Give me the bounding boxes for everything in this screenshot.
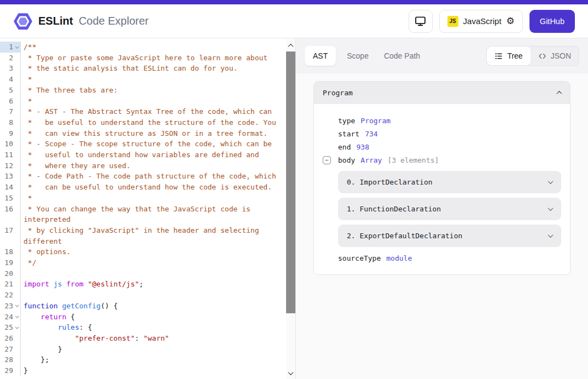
code-text[interactable]: * useful to understand how variables are…	[21, 150, 283, 160]
code-line[interactable]: 28 };	[0, 354, 295, 365]
app-logo-group: ESLint Code Explorer	[13, 12, 149, 31]
code-text[interactable]: * - Code Path - The code path structure …	[21, 171, 283, 182]
code-line[interactable]: 19 */	[0, 257, 295, 268]
code-line[interactable]: 7 * - AST - The Abstract Syntax Tree of …	[0, 106, 295, 117]
code-text[interactable]: * You can change the way that the JavaSc…	[21, 204, 283, 225]
code-text[interactable]	[21, 268, 283, 279]
code-token	[24, 313, 40, 321]
code-text[interactable]: * can view this structure as JSON or in …	[21, 128, 283, 139]
code-line[interactable]: 29}	[0, 365, 295, 376]
code-line[interactable]: 26 "prefer-const": "warn"	[0, 333, 295, 344]
code-line[interactable]: 6 *	[0, 96, 295, 107]
line-number: 23	[0, 301, 14, 312]
code-line[interactable]: 25 rules: {	[0, 322, 295, 333]
code-token: "warn"	[143, 334, 169, 342]
code-text[interactable]: *	[21, 74, 283, 85]
code-token: rules	[58, 323, 79, 331]
line-number: 2	[0, 53, 14, 64]
code-text[interactable]: * be useful to understand the structure …	[21, 117, 283, 128]
line-number: 12	[0, 160, 14, 171]
tab-ast[interactable]: AST	[305, 46, 336, 66]
code-text[interactable]: function getConfig() {	[21, 301, 283, 312]
collapse-minus-icon[interactable]: −	[323, 156, 331, 164]
view-toggle-json[interactable]: JSON	[531, 47, 579, 65]
code-text[interactable]: * options.	[21, 246, 283, 257]
scrollbar-down-arrow-icon[interactable]	[286, 369, 295, 377]
code-text[interactable]: * can be useful to understand how the co…	[21, 182, 283, 193]
fold-toggle-icon[interactable]	[14, 312, 20, 323]
code-text[interactable]: * - AST - The Abstract Syntax Tree of th…	[21, 106, 283, 117]
code-editor[interactable]: 1/**2 * Type or paste some JavaScript he…	[0, 38, 295, 379]
ast-child-node-row[interactable]: 1. FunctionDeclaration	[338, 198, 561, 220]
code-text[interactable]: };	[21, 354, 283, 365]
code-line[interactable]: 5 * The three tabs are:	[0, 85, 295, 96]
code-text[interactable]: rules: {	[21, 322, 283, 333]
code-text[interactable]: import js from "@eslint/js";	[21, 279, 283, 290]
code-line[interactable]: 17 * by clicking "JavaScript" in the hea…	[0, 225, 295, 246]
code-token: {	[66, 313, 75, 321]
code-line[interactable]: 11 * useful to understand how variables …	[0, 150, 295, 160]
code-line[interactable]: 24 return {	[0, 312, 295, 323]
property-key: sourceType	[338, 254, 381, 262]
code-line[interactable]: 21import js from "@eslint/js";	[0, 279, 295, 290]
code-text[interactable]: * The three tabs are:	[21, 85, 283, 96]
ast-child-node-row[interactable]: 2. ExportDefaultDeclaration	[338, 225, 561, 247]
line-number: 22	[0, 290, 14, 301]
scrollbar-thumb[interactable]	[286, 51, 295, 313]
code-text[interactable]: *	[21, 96, 283, 107]
code-line[interactable]: 23function getConfig() {	[0, 301, 295, 312]
tab-code-path[interactable]: Code Path	[380, 46, 424, 66]
line-number: 5	[0, 85, 14, 96]
code-text[interactable]: "prefer-const": "warn"	[21, 333, 283, 344]
code-line[interactable]: 3 * the static analysis that ESLint can …	[0, 63, 295, 74]
code-line[interactable]: 8 * be useful to understand the structur…	[0, 117, 295, 128]
code-text[interactable]: return {	[21, 312, 283, 323]
code-line[interactable]: 15 *	[0, 193, 295, 204]
code-text[interactable]: }	[21, 365, 283, 376]
code-line[interactable]: 2 * Type or paste some JavaScript here t…	[0, 53, 295, 64]
code-text[interactable]	[21, 290, 283, 301]
code-text[interactable]: * - Scope - The scope structure of the c…	[21, 139, 283, 150]
fold-spacer	[14, 344, 20, 355]
code-line[interactable]: 20	[0, 268, 295, 279]
code-text[interactable]: * by clicking "JavaScript" in the header…	[21, 225, 283, 246]
line-gutter: 19	[0, 257, 21, 268]
fold-toggle-icon[interactable]	[14, 322, 20, 333]
line-gutter: 21	[0, 279, 21, 290]
github-button[interactable]: GitHub	[529, 10, 575, 33]
fold-toggle-icon[interactable]	[14, 301, 20, 312]
theme-toggle-button[interactable]	[409, 10, 433, 33]
code-line[interactable]: 14 * can be useful to understand how the…	[0, 182, 295, 193]
code-text[interactable]: */	[21, 257, 283, 268]
code-text[interactable]: *	[21, 193, 283, 204]
main-content: 1/**2 * Type or paste some JavaScript he…	[0, 38, 588, 379]
ast-child-node-row[interactable]: 0. ImportDeclaration	[338, 171, 561, 193]
code-text[interactable]: * where they are used.	[21, 160, 283, 171]
fold-spacer	[14, 160, 20, 171]
code-line[interactable]: 1/**	[0, 42, 295, 53]
fold-toggle-icon[interactable]	[14, 42, 20, 53]
scrollbar-up-arrow-icon[interactable]	[286, 42, 295, 49]
code-line[interactable]: 4 *	[0, 74, 295, 85]
code-line[interactable]: 9 * can view this structure as JSON or i…	[0, 128, 295, 139]
tab-scope[interactable]: Scope	[342, 46, 373, 66]
tree-list-icon	[494, 52, 503, 60]
code-text[interactable]: /**	[21, 42, 283, 53]
code-text[interactable]: * Type or paste some JavaScript here to …	[21, 53, 283, 64]
code-line[interactable]: 22	[0, 290, 295, 301]
line-number: 28	[0, 354, 14, 365]
panel-tabs: AST Scope Code Path	[305, 46, 424, 66]
editor-scrollbar[interactable]	[286, 38, 295, 379]
code-line[interactable]: 13 * - Code Path - The code path structu…	[0, 171, 295, 182]
code-token: */	[24, 259, 36, 267]
code-line[interactable]: 18 * options.	[0, 246, 295, 257]
view-toggle-tree[interactable]: Tree	[487, 47, 530, 65]
code-line[interactable]: 16 * You can change the way that the Jav…	[0, 204, 295, 225]
code-line[interactable]: 10 * - Scope - The scope structure of th…	[0, 139, 295, 150]
code-text[interactable]: }	[21, 344, 283, 355]
code-line[interactable]: 27 }	[0, 344, 295, 355]
code-text[interactable]: * the static analysis that ESLint can do…	[21, 63, 283, 74]
code-line[interactable]: 12 * where they are used.	[0, 160, 295, 171]
ast-node-header[interactable]: Program	[314, 82, 570, 104]
language-selector-button[interactable]: JS JavaScript ⚙	[439, 10, 523, 33]
